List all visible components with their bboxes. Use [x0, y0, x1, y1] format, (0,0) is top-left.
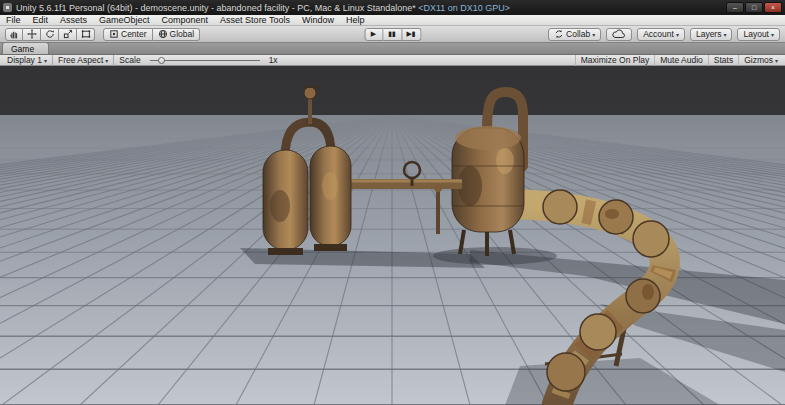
rotate-icon: [45, 29, 55, 39]
rect-tool-icon: [81, 29, 91, 39]
space-toggle-button[interactable]: Global: [153, 28, 201, 41]
layout-dropdown[interactable]: Layout ▾: [737, 28, 780, 41]
move-icon: [27, 29, 37, 39]
scale-slider-knob[interactable]: [158, 57, 165, 64]
chevron-down-icon: ▾: [775, 57, 778, 64]
transform-tools: [5, 28, 95, 41]
layers-dropdown[interactable]: Layers ▾: [690, 28, 733, 41]
menu-bar: File Edit Assets GameObject Component As…: [0, 15, 785, 26]
display-dropdown-label: Display 1: [7, 55, 42, 65]
horizon-haze: [0, 115, 785, 170]
hand-tool-button[interactable]: [5, 28, 23, 41]
window-title: Unity 5.6.1f1 Personal (64bit) - demosce…: [16, 3, 510, 13]
chevron-down-icon: ▾: [44, 57, 47, 64]
minimize-button[interactable]: –: [726, 2, 744, 13]
main-toolbar: Center Global ▶ ▮▮ ▶▮ Collab ▾ Account: [0, 26, 785, 43]
chevron-down-icon: ▾: [105, 57, 108, 64]
space-toggle-label: Global: [170, 29, 195, 39]
display-dropdown[interactable]: Display 1 ▾: [2, 55, 53, 66]
play-button[interactable]: ▶: [364, 28, 383, 41]
gizmos-label: Gizmos: [744, 55, 773, 65]
hand-icon: [9, 29, 19, 39]
menu-item-assets[interactable]: Assets: [54, 15, 93, 25]
scale-label: Scale: [114, 55, 145, 66]
chevron-down-icon: ▾: [676, 31, 679, 38]
game-viewport[interactable]: [0, 66, 785, 405]
tab-strip: Game: [0, 43, 785, 55]
chevron-down-icon: ▾: [723, 31, 726, 38]
layers-label: Layers: [696, 29, 722, 39]
collab-dropdown[interactable]: Collab ▾: [548, 28, 601, 41]
maximize-on-play-toggle[interactable]: Maximize On Play: [575, 55, 655, 66]
gizmos-dropdown[interactable]: Gizmos ▾: [738, 55, 783, 66]
menu-item-asset-store-tools[interactable]: Asset Store Tools: [214, 15, 296, 25]
pivot-toggle-label: Center: [121, 29, 147, 39]
toolbar-right-group: Collab ▾ Account ▾ Layers ▾ Layout ▾: [548, 28, 780, 41]
chevron-down-icon: ▾: [771, 31, 774, 38]
chevron-down-icon: ▾: [592, 31, 595, 38]
game-toolbar: Display 1 ▾ Free Aspect ▾ Scale 1x Maxim…: [0, 55, 785, 66]
tab-game[interactable]: Game: [2, 42, 49, 54]
scale-icon: [63, 29, 73, 39]
titlebar: Unity 5.6.1f1 Personal (64bit) - demosce…: [0, 0, 785, 15]
layout-label: Layout: [743, 29, 769, 39]
maximize-button[interactable]: □: [745, 2, 763, 13]
menu-item-window[interactable]: Window: [296, 15, 340, 25]
aspect-dropdown-label: Free Aspect: [58, 55, 103, 65]
tab-game-label: Game: [11, 44, 34, 54]
pivot-space-toggles: Center Global: [103, 28, 200, 41]
pivot-toggle-button[interactable]: Center: [103, 28, 153, 41]
menu-item-component[interactable]: Component: [156, 15, 215, 25]
unity-window: Unity 5.6.1f1 Personal (64bit) - demosce…: [0, 0, 785, 405]
aspect-dropdown[interactable]: Free Aspect ▾: [53, 55, 114, 66]
rect-tool-button[interactable]: [77, 28, 95, 41]
playback-controls: ▶ ▮▮ ▶▮: [364, 28, 421, 41]
cloud-icon: [612, 29, 626, 39]
collab-label: Collab: [566, 29, 590, 39]
move-tool-button[interactable]: [23, 28, 41, 41]
step-button[interactable]: ▶▮: [402, 28, 421, 41]
account-dropdown[interactable]: Account ▾: [637, 28, 685, 41]
window-title-gpu: <DX11 on DX10 GPU>: [418, 3, 510, 13]
menu-item-edit[interactable]: Edit: [27, 15, 55, 25]
menu-item-gameobject[interactable]: GameObject: [93, 15, 156, 25]
scale-value: 1x: [264, 55, 283, 66]
menu-item-file[interactable]: File: [0, 15, 27, 25]
close-button[interactable]: ×: [764, 2, 782, 13]
scale-slider-track: [150, 60, 260, 61]
scale-slider[interactable]: [150, 55, 260, 66]
window-title-text: Unity 5.6.1f1 Personal (64bit) - demosce…: [16, 3, 416, 13]
unity-logo-icon: [3, 3, 12, 12]
cloud-button[interactable]: [606, 28, 632, 41]
globe-icon: [158, 29, 168, 39]
collab-sync-icon: [554, 29, 564, 39]
stats-toggle[interactable]: Stats: [708, 55, 738, 66]
pause-button[interactable]: ▮▮: [383, 28, 402, 41]
mute-audio-toggle[interactable]: Mute Audio: [654, 55, 708, 66]
pivot-icon: [109, 29, 119, 39]
scale-tool-button[interactable]: [59, 28, 77, 41]
account-label: Account: [643, 29, 674, 39]
menu-item-help[interactable]: Help: [340, 15, 371, 25]
rotate-tool-button[interactable]: [41, 28, 59, 41]
